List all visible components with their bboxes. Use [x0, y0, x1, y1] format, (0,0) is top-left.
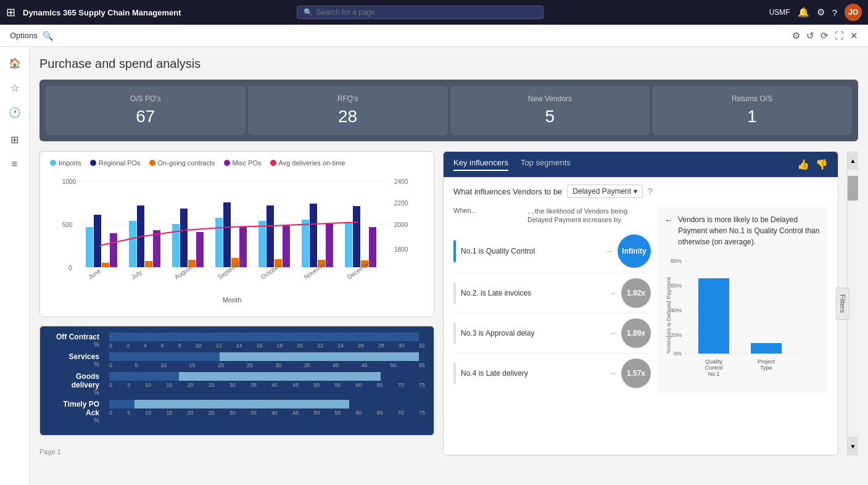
- scroll-down-icon[interactable]: ▼: [848, 437, 858, 455]
- company-label: USMF: [769, 8, 790, 17]
- left-panel: Imports Regional POs On-going contracts: [39, 151, 434, 455]
- svg-rect-35: [353, 206, 360, 267]
- bar-sublabel-services: %: [49, 361, 99, 368]
- ki-content: When... ....the likelihood of Vendors be…: [453, 207, 828, 393]
- kpi-tile-rfq[interactable]: RFQ's 28: [248, 86, 448, 135]
- ki-dropdown[interactable]: Delayed Payment ▾: [567, 184, 643, 198]
- side-nav: 🏠 ☆ 🕐 ⊞ ≡: [0, 47, 30, 485]
- options-search-icon[interactable]: 🔍: [43, 31, 53, 41]
- bar-fill-timely-light: [134, 400, 349, 408]
- svg-rect-22: [215, 218, 223, 267]
- bar-fill-goods-light: [179, 372, 381, 381]
- legend-label-imports: Imports: [59, 159, 81, 167]
- bar-area-off-contract: 02468101214161820222426283032: [109, 333, 425, 349]
- bar-fill-services-light: [220, 352, 419, 361]
- settings-gear-icon[interactable]: ⚙: [792, 30, 800, 41]
- svg-rect-12: [102, 263, 109, 267]
- ki-col-likelihood: ....the likelihood of Vendors being Dela…: [527, 207, 651, 225]
- nav-home-icon[interactable]: 🏠: [4, 52, 26, 74]
- kpi-value-vendors: 5: [460, 107, 640, 126]
- bar-label-off-contract: Off Contract: [49, 333, 99, 341]
- bar-chart-card: Off Contract % 0246810121416182022242628…: [39, 326, 434, 436]
- notification-icon[interactable]: 🔔: [798, 7, 809, 18]
- tab-key-influencers[interactable]: Key influencers: [453, 158, 508, 171]
- nav-modules-icon[interactable]: ⊞: [4, 128, 26, 151]
- right-panel: Key influencers Top segments 👍 👎 What in…: [443, 151, 838, 455]
- svg-rect-56: [698, 278, 729, 354]
- ki-item-2-arrow: →: [608, 288, 616, 297]
- help-icon[interactable]: ?: [832, 7, 837, 18]
- bar-fill-goods-dark: [109, 372, 179, 381]
- tab-top-segments[interactable]: Top segments: [521, 158, 571, 171]
- search-bar[interactable]: 🔍: [297, 6, 544, 19]
- ki-item-2-label: No.2. is Late invoices: [461, 289, 603, 297]
- svg-text:40%: 40%: [671, 307, 682, 313]
- nav-star-icon[interactable]: ☆: [4, 77, 26, 99]
- top-bar: ⊞ Dynamics 365 Supply Chain Management 🔍…: [0, 0, 868, 25]
- ki-list: When... ....the likelihood of Vendors be…: [453, 207, 651, 393]
- scroll-up-icon[interactable]: ▲: [848, 151, 858, 170]
- refresh-icon[interactable]: ↺: [806, 30, 814, 41]
- bar-row-timely: Timely PO Ack % 051015202530354045505560…: [49, 400, 425, 424]
- ki-question-text: What influences Vendors to be: [453, 187, 562, 196]
- svg-rect-26: [258, 221, 266, 267]
- page-footer: Page 1: [39, 448, 434, 455]
- kpi-tile-os-pos[interactable]: O/S PO's 67: [46, 86, 246, 135]
- legend-dot-avg: [270, 160, 276, 166]
- legend-dot-ongoing: [149, 160, 155, 166]
- bar-sublabel-timely: %: [49, 417, 99, 424]
- options-bar-icons: ⚙ ↺ ⟳ ⛶ ✕: [792, 30, 858, 41]
- legend-label-misc: Misc POs: [233, 159, 262, 167]
- svg-text:Quality: Quality: [705, 359, 723, 365]
- svg-text:1000: 1000: [62, 178, 76, 185]
- page-title: Purchase and spend analysis: [39, 57, 858, 71]
- filters-tab[interactable]: Filters: [836, 288, 849, 320]
- options-bar: Options 🔍 ⚙ ↺ ⟳ ⛶ ✕: [0, 25, 868, 47]
- ki-header: Key influencers Top segments 👍 👎: [444, 152, 838, 177]
- back-arrow-icon[interactable]: ←: [664, 215, 673, 225]
- bar-area-timely: 051015202530354045505560657075: [109, 400, 425, 416]
- search-icon: 🔍: [304, 8, 313, 17]
- nav-recent-icon[interactable]: 🕐: [4, 101, 26, 123]
- legend-ongoing: On-going contracts: [149, 159, 215, 167]
- svg-rect-23: [223, 202, 231, 267]
- avatar[interactable]: JO: [845, 4, 862, 21]
- svg-text:60%: 60%: [671, 283, 682, 289]
- app-grid-icon[interactable]: ⊞: [6, 6, 15, 19]
- bar-sublabel-off-contract: %: [49, 341, 99, 348]
- ki-item-3-label: No.3 is Approval delay: [461, 329, 603, 338]
- close-icon[interactable]: ✕: [850, 30, 858, 41]
- expand-icon[interactable]: ⛶: [835, 30, 844, 41]
- thumbs-up-icon[interactable]: 👍: [797, 159, 809, 170]
- kpi-tile-returns[interactable]: Returns O/S 1: [652, 86, 852, 135]
- app-title: Dynamics 365 Supply Chain Management: [23, 8, 181, 17]
- svg-text:20%: 20%: [671, 332, 682, 338]
- svg-rect-21: [196, 232, 204, 267]
- main-layout: 🏠 ☆ 🕐 ⊞ ≡ Purchase and spend analysis O/…: [0, 47, 868, 485]
- ki-item-4: No.4 is Late delivery → 1.57x: [453, 354, 651, 393]
- kpi-value-returns: 1: [662, 107, 842, 126]
- settings-icon[interactable]: ⚙: [817, 7, 825, 18]
- thumbs-down-icon[interactable]: 👎: [816, 159, 828, 170]
- svg-rect-29: [283, 226, 290, 267]
- scroll-thumb[interactable]: [848, 176, 858, 201]
- ki-help-icon[interactable]: ?: [648, 186, 653, 196]
- svg-text:July: July: [130, 268, 143, 280]
- charts-row: Imports Regional POs On-going contracts: [39, 151, 858, 455]
- bar-fill-off-contract: [109, 333, 419, 341]
- svg-rect-11: [94, 215, 101, 267]
- svg-rect-16: [145, 261, 152, 267]
- ki-bubble-3: 1.89x: [621, 318, 651, 348]
- legend-dot-imports: [50, 160, 56, 166]
- bar-area-services: 0510152025303540455055: [109, 352, 425, 368]
- legend-label-avg: Avg deliveries on-time: [279, 159, 345, 167]
- svg-text:2000: 2000: [394, 222, 408, 228]
- svg-rect-14: [129, 221, 136, 267]
- search-input[interactable]: [316, 8, 537, 17]
- bar-row-off-contract: Off Contract % 0246810121416182022242628…: [49, 333, 425, 349]
- svg-rect-13: [110, 233, 117, 267]
- ki-item-1-bar: [453, 240, 456, 262]
- kpi-tile-vendors[interactable]: New Vendors 5: [450, 86, 650, 135]
- reload-icon[interactable]: ⟳: [820, 30, 829, 41]
- nav-list-icon[interactable]: ≡: [4, 153, 26, 175]
